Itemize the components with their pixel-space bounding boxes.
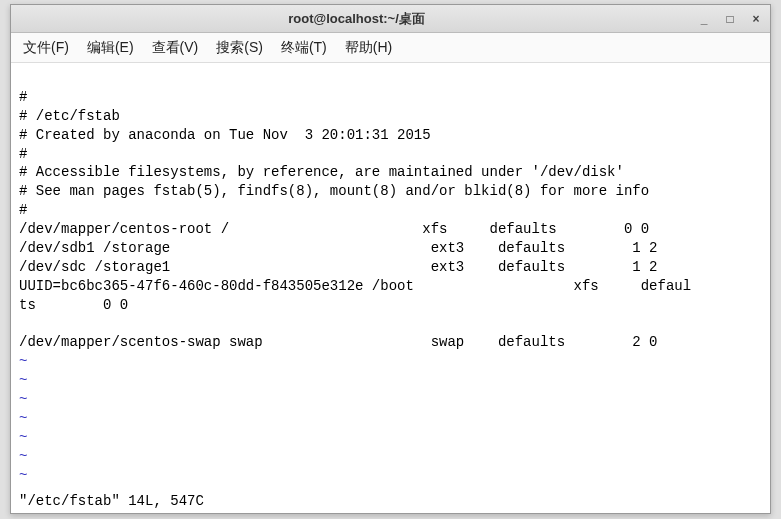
file-line: # Accessible filesystems, by reference, … — [19, 164, 624, 180]
menu-terminal[interactable]: 终端(T) — [281, 39, 327, 57]
menu-search[interactable]: 搜索(S) — [216, 39, 263, 57]
menu-help[interactable]: 帮助(H) — [345, 39, 392, 57]
vi-tilde: ~ — [19, 372, 27, 388]
titlebar[interactable]: root@localhost:~/桌面 _ □ × — [11, 5, 770, 33]
file-line: # See man pages fstab(5), findfs(8), mou… — [19, 183, 649, 199]
menu-view[interactable]: 查看(V) — [152, 39, 199, 57]
file-line: # — [19, 146, 27, 162]
file-line: ts 0 0 — [19, 297, 128, 313]
file-line: /dev/sdb1 /storage ext3 defaults 1 2 — [19, 240, 658, 256]
file-line: # Created by anaconda on Tue Nov 3 20:01… — [19, 127, 431, 143]
window-controls: _ □ × — [696, 11, 764, 27]
window-title: root@localhost:~/桌面 — [17, 10, 696, 28]
vi-tilde: ~ — [19, 410, 27, 426]
file-line: UUID=bc6bc365-47f6-460c-80dd-f843505e312… — [19, 278, 691, 294]
file-line: # — [19, 89, 27, 105]
menubar: 文件(F) 编辑(E) 查看(V) 搜索(S) 终端(T) 帮助(H) — [11, 33, 770, 63]
minimize-button[interactable]: _ — [696, 11, 712, 27]
file-line: # /etc/fstab — [19, 108, 120, 124]
menu-edit[interactable]: 编辑(E) — [87, 39, 134, 57]
vi-tilde: ~ — [19, 391, 27, 407]
vi-tilde: ~ — [19, 429, 27, 445]
file-line: # — [19, 202, 27, 218]
file-line: /dev/mapper/centos-root / xfs defaults 0… — [19, 221, 649, 237]
vi-tilde: ~ — [19, 448, 27, 464]
close-button[interactable]: × — [748, 11, 764, 27]
maximize-button[interactable]: □ — [722, 11, 738, 27]
menu-file[interactable]: 文件(F) — [23, 39, 69, 57]
vi-status-line: "/etc/fstab" 14L, 547C — [19, 492, 762, 511]
vi-tilde: ~ — [19, 353, 27, 369]
file-line: /dev/mapper/scentos-swap swap swap defau… — [19, 334, 658, 350]
file-line: /dev/sdc /storage1 ext3 defaults 1 2 — [19, 259, 658, 275]
terminal-window: root@localhost:~/桌面 _ □ × 文件(F) 编辑(E) 查看… — [10, 4, 771, 514]
terminal-content[interactable]: # # /etc/fstab # Created by anaconda on … — [11, 63, 770, 513]
vi-tilde: ~ — [19, 467, 27, 483]
